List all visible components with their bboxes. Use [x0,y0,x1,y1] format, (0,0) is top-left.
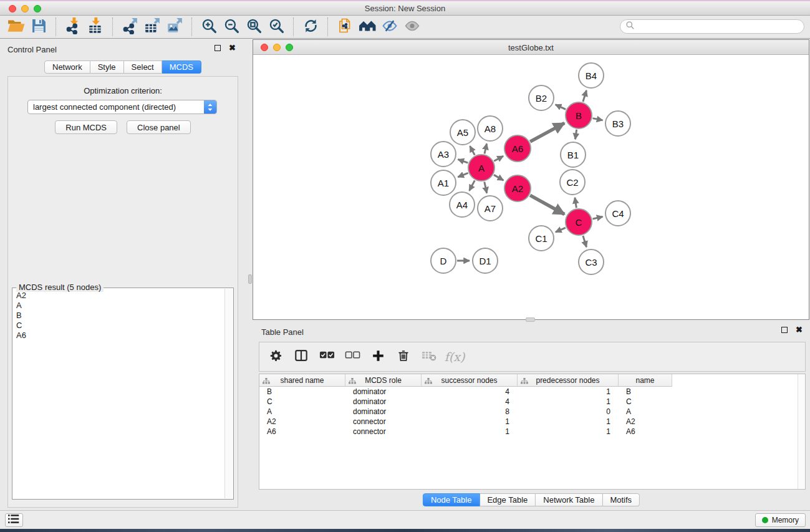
graph-node-A[interactable]: A [468,154,495,181]
graph-node-B4[interactable]: B4 [578,62,604,89]
control-tab-style[interactable]: Style [90,60,124,74]
control-tab-mcds[interactable]: MCDS [162,60,201,74]
column-header-name[interactable]: name [619,374,672,387]
graph-node-C1[interactable]: C1 [528,225,554,251]
graph-node-A7[interactable]: A7 [477,195,503,221]
hide-graphics-details-button[interactable] [380,17,400,37]
graph-node-A4[interactable]: A4 [449,191,475,218]
mcds-result-list[interactable]: A2ABCA6 [13,291,224,498]
open-session-button[interactable] [6,17,26,37]
column-header-shared-name[interactable]: shared name [259,374,345,387]
table-cell: 0 [518,407,619,417]
float-table-panel-icon[interactable] [781,327,788,333]
column-header-successor-nodes[interactable]: successor nodes [422,374,518,387]
table-tab-edge-table[interactable]: Edge Table [480,493,536,506]
column-split-button[interactable] [293,349,309,365]
mcds-result-item[interactable]: A [13,301,224,311]
zoom-in-icon [201,18,217,36]
horizontal-splitter-handle[interactable] [526,317,535,322]
control-tab-network[interactable]: Network [44,60,90,74]
graph-node-C[interactable]: C [565,208,592,236]
table-panel: Table Panel ✖ f(x) shared nameMCDS roles… [253,323,810,510]
graph-node-B3[interactable]: B3 [605,110,631,137]
graph-node-B1[interactable]: B1 [560,142,586,168]
import-network-button[interactable] [63,17,83,37]
column-header-predecessor-nodes[interactable]: predecessor nodes [518,374,619,387]
float-panel-icon[interactable] [215,45,221,51]
graph-node-C3[interactable]: C3 [578,249,604,275]
export-image-button[interactable] [165,17,185,37]
close-panel-button[interactable]: Close panel [127,120,191,134]
graph-node-A8[interactable]: A8 [477,115,503,142]
graph-node-C2[interactable]: C2 [559,169,586,195]
settings-gear-button[interactable] [268,349,284,365]
vertical-splitter-handle[interactable] [248,274,252,284]
dropdown-selected-value: largest connected component (directed) [28,102,204,112]
mcds-result-item[interactable]: A6 [13,331,224,341]
app-titlebar: Session: New Session [0,1,810,16]
graph-node-D1[interactable]: D1 [472,248,498,274]
zoom-fit-button[interactable] [244,17,264,37]
optimization-criterion-dropdown[interactable]: largest connected component (directed) [27,100,217,114]
new-network-from-selection-button[interactable] [335,17,355,37]
close-table-panel-icon[interactable]: ✖ [796,327,803,333]
graph-node-D[interactable]: D [430,248,456,274]
table-row[interactable]: Cdominator41C [259,397,805,407]
table-row[interactable]: A2connector11A2 [259,417,805,427]
table-row[interactable]: Bdominator41B [259,387,805,397]
save-session-button[interactable] [29,17,49,37]
table-tab-node-table[interactable]: Node Table [423,493,480,506]
graph-node-B[interactable]: B [565,102,592,129]
run-mcds-button[interactable]: Run MCDS [55,120,117,134]
graph-node-A6[interactable]: A6 [504,135,531,162]
table-scrollbar[interactable] [798,374,805,489]
table-cell: 1 [518,427,619,437]
zoom-out-button[interactable] [221,17,241,37]
network-canvas[interactable]: B4B2BB3A5A8A6A3B1AA1C2A2A4A7CC4C1C3DD1 [253,56,809,319]
table-row[interactable]: A6connector11A6 [259,427,805,437]
deselect-all-button[interactable] [344,349,360,365]
table-tab-network-table[interactable]: Network Table [536,493,602,506]
refresh-layout-button[interactable] [301,17,321,37]
graph-node-A3[interactable]: A3 [430,141,456,167]
show-eye-button[interactable] [402,17,422,37]
attribute-tree-icon [349,377,356,386]
export-table-button[interactable] [142,17,162,37]
mcds-result-item[interactable]: C [13,321,224,331]
table-row[interactable]: Adominator80A [259,407,805,417]
column-header-MCDS-role[interactable]: MCDS role [345,374,422,387]
task-history-button[interactable] [5,513,23,527]
settings-gear-icon [269,349,282,365]
zoom-selected-button[interactable] [266,17,286,37]
close-panel-icon[interactable]: ✖ [229,45,236,51]
table-cell: 1 [422,427,518,437]
export-network-button[interactable] [120,17,140,37]
mcds-result-item[interactable]: A2 [13,291,224,301]
table-panel-title: Table Panel [261,327,304,337]
graph-node-B2[interactable]: B2 [528,85,554,111]
search-field[interactable] [620,19,804,34]
graph-node-C4[interactable]: C4 [605,200,631,226]
zoom-in-button[interactable] [199,17,219,37]
graph-node-A2[interactable]: A2 [504,175,531,202]
memory-status-dot [762,517,768,523]
table-cell: A2 [619,417,672,427]
select-all-button[interactable] [319,349,335,365]
delete-columns-button[interactable] [395,349,412,365]
search-input[interactable] [635,21,804,32]
mcds-list-scrollbar[interactable] [224,289,233,498]
memory-button[interactable]: Memory [755,513,806,527]
table-tab-motifs[interactable]: Motifs [602,493,640,506]
mcds-result-item[interactable]: B [13,311,224,321]
deselect-all-icon [345,351,360,363]
function-builder-button[interactable]: f(x) [446,349,463,365]
import-table-button[interactable] [85,17,105,37]
cybrowser-home-button[interactable] [357,17,377,37]
graph-node-A5[interactable]: A5 [450,119,476,145]
delete-table-button[interactable] [421,349,437,365]
table-cell: A2 [259,417,345,427]
control-tab-select[interactable]: Select [124,60,162,74]
application-window: Session: New Session Control Panel ✖ Net… [0,0,810,532]
graph-node-A1[interactable]: A1 [430,170,456,196]
add-column-button[interactable] [370,349,386,365]
